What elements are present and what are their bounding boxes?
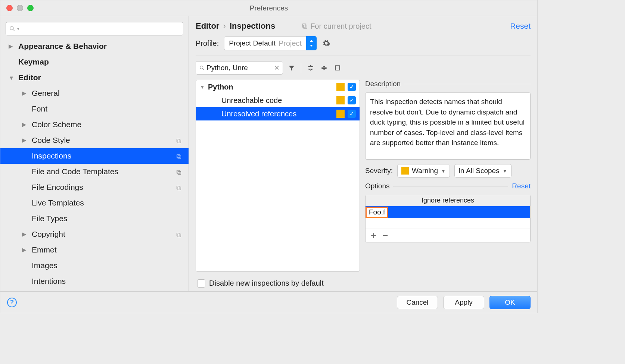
apply-button[interactable]: Apply [443, 296, 484, 309]
dialog-footer: ? Cancel Apply OK [0, 291, 537, 313]
window-body: ▾ ▶Appearance & BehaviorKeymap▼Editor▶Ge… [0, 16, 537, 291]
settings-tree: ▶Appearance & BehaviorKeymap▼Editor▶Gene… [0, 38, 189, 289]
enable-checkbox[interactable]: ✓ [348, 110, 356, 118]
sidebar-item-keymap[interactable]: Keymap [0, 54, 189, 70]
disable-new-inspections-label: Disable new inspections by default [209, 279, 324, 288]
severity-label: Severity: [365, 167, 393, 175]
breadcrumb: Editor › Inspections [196, 21, 275, 31]
svg-rect-7 [178, 187, 181, 190]
inspection-group-python[interactable]: ▼ Python ✓ [196, 80, 360, 94]
project-scope-icon [176, 231, 183, 238]
cancel-button[interactable]: Cancel [397, 296, 438, 309]
sidebar: ▾ ▶Appearance & BehaviorKeymap▼Editor▶Ge… [0, 16, 189, 291]
filter-icon[interactable] [287, 63, 296, 73]
search-dropdown-icon: ▾ [17, 26, 19, 31]
svg-rect-8 [177, 186, 180, 189]
project-scope-icon [176, 153, 183, 159]
inspections-tree[interactable]: ▼ Python ✓ Unreachable code ✓ Unresolved… [196, 80, 360, 272]
svg-rect-4 [177, 155, 180, 158]
svg-rect-9 [178, 234, 181, 237]
svg-rect-5 [178, 171, 181, 174]
remove-icon[interactable]: − [382, 230, 388, 241]
sidebar-search[interactable]: ▾ [6, 22, 183, 35]
severity-select[interactable]: Warning ▼ [397, 164, 450, 178]
inspections-toolbar: Python, Unre ✕ [196, 61, 531, 75]
project-scope-icon [176, 137, 183, 144]
svg-rect-10 [177, 233, 180, 236]
sidebar-item-file-encodings[interactable]: File Encodings [0, 179, 189, 195]
sidebar-item-general[interactable]: ▶General [0, 85, 189, 101]
sidebar-item-label: File Types [32, 214, 189, 223]
severity-swatch [336, 110, 345, 118]
options-reset-link[interactable]: Reset [512, 182, 531, 190]
sidebar-item-file-types[interactable]: File Types [0, 211, 189, 226]
ignore-references-box: Ignore references Foo.f + − [365, 195, 531, 242]
sidebar-item-label: Intentions [32, 277, 189, 286]
sidebar-item-images[interactable]: Images [0, 258, 189, 273]
severity-color-swatch [401, 167, 409, 175]
scope-select[interactable]: In All Scopes ▼ [454, 164, 511, 178]
sidebar-item-appearance-behavior[interactable]: ▶Appearance & Behavior [0, 38, 189, 54]
ignore-reference-value[interactable]: Foo.f [366, 207, 388, 218]
sidebar-item-color-scheme[interactable]: ▶Color Scheme [0, 117, 189, 132]
expand-all-icon[interactable] [306, 63, 315, 73]
chevron-right-icon: › [223, 21, 226, 31]
inspection-unresolved-references[interactable]: Unresolved references ✓ [196, 107, 360, 120]
svg-rect-11 [304, 25, 307, 28]
sidebar-item-label: Color Scheme [32, 120, 189, 129]
breadcrumb-parent[interactable]: Editor [196, 21, 220, 31]
disable-new-inspections-checkbox[interactable] [197, 279, 205, 288]
clear-filter-icon[interactable]: ✕ [274, 64, 280, 72]
chevron-icon: ▶ [22, 121, 29, 128]
ignore-references-header: Ignore references [366, 195, 530, 206]
collapse-all-icon[interactable] [319, 63, 329, 73]
sidebar-item-font[interactable]: Font [0, 101, 189, 117]
enable-checkbox[interactable]: ✓ [348, 96, 356, 104]
svg-rect-14 [335, 66, 340, 70]
select-arrows-icon [306, 36, 317, 50]
search-icon [199, 65, 205, 71]
profile-select[interactable]: Project Default Project [224, 36, 317, 50]
gear-icon[interactable] [322, 39, 330, 47]
sidebar-item-label: Editor [18, 73, 189, 82]
sidebar-item-label: Copyright [32, 230, 176, 239]
titlebar: Preferences [0, 0, 537, 16]
sidebar-item-label: File and Code Templates [32, 167, 176, 176]
sidebar-item-label: Font [32, 104, 189, 113]
sidebar-item-label: General [32, 89, 189, 98]
chevron-icon: ▶ [22, 247, 29, 253]
add-icon[interactable]: + [371, 230, 376, 241]
help-button[interactable]: ? [7, 298, 17, 307]
breadcrumb-current: Inspections [230, 21, 275, 31]
ok-button[interactable]: OK [489, 296, 531, 309]
sidebar-item-code-style[interactable]: ▶Code Style [0, 132, 189, 148]
reset-link[interactable]: Reset [510, 22, 531, 31]
sidebar-item-file-and-code-templates[interactable]: File and Code Templates [0, 164, 189, 179]
sidebar-item-label: Live Templates [32, 198, 189, 207]
description-text: This inspection detects names that shoul… [365, 92, 531, 160]
for-current-project-label: For current project [301, 22, 371, 31]
severity-swatch [336, 83, 345, 91]
enable-checkbox[interactable]: ✓ [348, 83, 356, 91]
copy-icon [301, 23, 308, 29]
profile-label: Profile: [196, 39, 219, 48]
options-title: Options [365, 182, 389, 190]
chevron-icon: ▶ [22, 137, 29, 144]
sidebar-item-copyright[interactable]: ▶Copyright [0, 226, 189, 242]
svg-rect-6 [177, 170, 180, 173]
reset-view-icon[interactable] [333, 63, 342, 73]
inspection-unreachable-code[interactable]: Unreachable code ✓ [196, 94, 360, 107]
ignore-reference-row[interactable]: Foo.f [366, 206, 530, 218]
chevron-icon: ▶ [22, 90, 29, 97]
sidebar-item-intentions[interactable]: Intentions [0, 273, 189, 289]
sidebar-item-label: Images [32, 261, 189, 270]
sidebar-item-emmet[interactable]: ▶Emmet [0, 242, 189, 258]
sidebar-item-inspections[interactable]: Inspections [0, 148, 189, 164]
svg-rect-3 [178, 156, 181, 159]
sidebar-item-live-templates[interactable]: Live Templates [0, 195, 189, 211]
svg-rect-2 [177, 139, 180, 142]
chevron-icon: ▼ [9, 75, 15, 81]
filter-input[interactable]: Python, Unre ✕ [196, 61, 283, 75]
sidebar-item-editor[interactable]: ▼Editor [0, 70, 189, 85]
divider [196, 56, 531, 56]
